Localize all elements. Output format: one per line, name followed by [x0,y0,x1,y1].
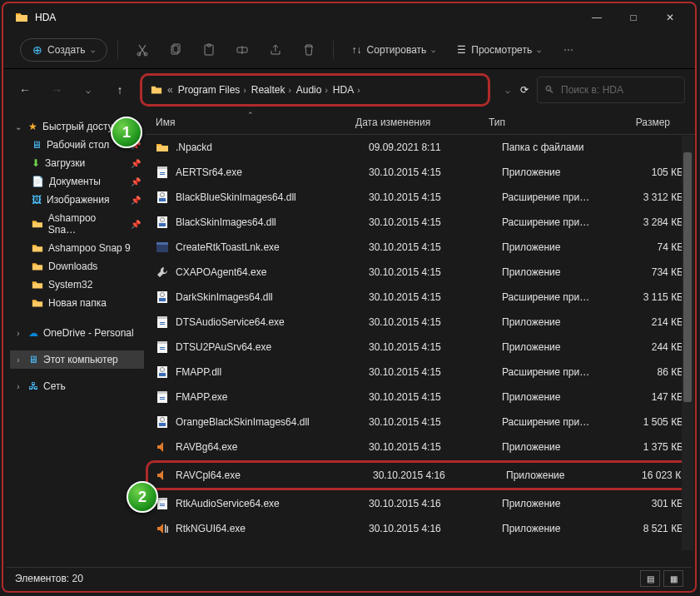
sidebar-item[interactable]: Ashampoo Sna…📌 [10,209,144,239]
pin-icon: 📌 [131,159,141,168]
file-date: 30.10.2015 4:15 [369,341,502,353]
file-row[interactable]: DTSAudioService64.exe30.10.2015 4:15Прил… [146,310,695,335]
file-type: Приложение [506,469,614,481]
sidebar-item[interactable]: Новая папка [10,294,144,312]
file-icon [156,469,169,482]
file-name: BlackSkinImages64.dll [176,216,369,228]
file-name: DTSU2PAuSrv64.exe [176,341,369,353]
address-prefix: « [167,84,173,96]
chevron-right-icon: › [325,86,327,95]
back-button[interactable]: ← [13,78,37,102]
file-type: Папка с файлами [502,142,610,153]
sidebar-item[interactable]: ⬇ Загрузки📌 [10,154,144,172]
cloud-icon: ☁ [28,327,38,339]
file-row[interactable]: DTSU2PAuSrv64.exe30.10.2015 4:15Приложен… [146,335,695,360]
maximize-button[interactable]: □ [615,5,652,30]
file-row[interactable]: RAVCpl64.exe30.10.2015 4:16Приложение16 … [146,460,690,490]
sidebar-item[interactable]: System32 [10,276,144,294]
file-row[interactable]: FMAPP.exe30.10.2015 4:15Приложение147 КБ [146,385,695,410]
file-name: OrangeBlackSkinImages64.dll [176,416,369,428]
scrollbar[interactable] [682,136,693,550]
chevron-down-icon: ⌵ [537,46,541,54]
sidebar-item[interactable]: 🖼 Изображения📌 [10,191,144,209]
address-bar[interactable]: « Program Files ›Realtek ›Audio ›HDA › [140,73,490,107]
paste-button[interactable] [195,36,223,64]
col-type[interactable]: Тип [489,117,597,128]
more-button[interactable]: ⋯ [554,36,583,64]
file-row[interactable]: RAVBg64.exe30.10.2015 4:15Приложение1 37… [146,435,695,459]
file-row[interactable]: DarkSkinImages64.dll30.10.2015 4:15Расши… [146,285,695,310]
breadcrumb-segment[interactable]: Program Files › [178,84,246,96]
refresh-button[interactable]: ⟳ [520,84,529,96]
search-input[interactable]: 🔍︎ Поиск в: HDA [537,77,685,103]
breadcrumb-segment[interactable]: Audio › [296,84,328,96]
view-button[interactable]: ☰ Просмотреть ⌵ [449,39,549,61]
callout-2: 2 [127,481,158,513]
sidebar-item[interactable]: Downloads [10,257,144,276]
view-tiles-button[interactable]: ▦ [663,570,683,587]
rename-button[interactable] [228,36,256,64]
column-headers[interactable]: ⌃ Имя Дата изменения Тип Размер [146,111,695,135]
file-row[interactable]: CXAPOAgent64.exe30.10.2015 4:15Приложени… [146,260,695,285]
file-type: Приложение [502,441,610,453]
breadcrumb[interactable]: Program Files ›Realtek ›Audio ›HDA › [178,84,360,96]
col-size[interactable]: Размер [597,117,670,128]
file-row[interactable]: RtkNGUI64.exe30.10.2015 4:16Приложение8 … [146,516,695,541]
file-type: Расширение при… [502,191,610,203]
file-row[interactable]: BlackSkinImages64.dll30.10.2015 4:15Расш… [146,210,695,235]
close-button[interactable]: ✕ [652,5,688,30]
file-row[interactable]: CreateRtkToastLnk.exe30.10.2015 4:15Прил… [146,235,695,260]
sidebar-this-pc[interactable]: › 🖥 Этот компьютер [10,350,144,369]
file-icon [156,415,169,429]
copy-button[interactable] [161,36,190,64]
sidebar-item[interactable]: Ashampoo Snap 9 [10,239,144,257]
view-details-button[interactable]: ▤ [640,570,660,587]
create-button[interactable]: ⊕ Создать ⌵ [20,38,107,62]
sidebar-item[interactable]: 📄 Документы📌 [10,172,144,191]
file-name: FMAPP.dll [176,366,369,378]
nav-bar: ← → ⌵ ↑ « Program Files ›Realtek ›Audio … [3,69,695,111]
recent-button[interactable]: ⌵ [77,78,100,102]
file-name: DTSAudioService64.exe [176,316,369,328]
view-label: Просмотреть [471,44,532,56]
forward-button[interactable]: → [45,78,68,102]
svg-rect-25 [160,322,165,323]
file-size: 74 КБ [610,241,683,253]
col-name[interactable]: Имя [156,117,355,128]
breadcrumb-segment[interactable]: Realtek › [251,84,291,96]
file-row[interactable]: OrangeBlackSkinImages64.dll30.10.2015 4:… [146,410,695,435]
svg-rect-19 [156,242,168,245]
svg-rect-46 [167,526,169,533]
file-size: 1 505 КБ [610,416,683,428]
delete-button[interactable] [295,36,323,64]
file-name: CXAPOAgent64.exe [176,266,369,278]
file-row[interactable]: .Npackd09.09.2021 8:11Папка с файлами [146,135,695,160]
sidebar: ⌄ ★ Быстрый доступ 🖥 Рабочий стол📌⬇ Загр… [3,111,146,574]
separator [333,41,334,59]
sidebar-network[interactable]: › 🖧 Сеть [10,377,144,395]
file-row[interactable]: RtkAudioService64.exe30.10.2015 4:16Прил… [146,491,695,516]
address-dropdown[interactable]: ⌵ [505,86,510,95]
file-date: 30.10.2015 4:16 [369,523,502,534]
file-icon [156,291,169,304]
file-icon [156,216,169,229]
sidebar-onedrive[interactable]: › ☁ OneDrive - Personal [10,324,144,342]
file-row[interactable]: AERTSr64.exe30.10.2015 4:15Приложение105… [146,160,695,185]
svg-rect-39 [159,423,166,426]
label: Загрузки [45,157,85,169]
file-type: Приложение [502,166,610,178]
sort-button[interactable]: ↑↓ Сортировать ⌵ [344,39,444,61]
breadcrumb-segment[interactable]: HDA › [333,84,360,96]
file-date: 09.09.2021 8:11 [369,142,502,153]
file-date: 30.10.2015 4:15 [369,216,502,228]
sort-icon: ↑↓ [352,44,362,56]
file-row[interactable]: FMAPP.dll30.10.2015 4:15Расширение при…8… [146,360,695,385]
minimize-button[interactable]: — [578,5,615,30]
share-button[interactable] [261,36,290,64]
file-row[interactable]: BlackBlueSkinImages64.dll30.10.2015 4:15… [146,185,695,210]
file-list: ⌃ Имя Дата изменения Тип Размер .Npackd0… [146,111,695,574]
scroll-thumb[interactable] [683,152,692,402]
up-button[interactable]: ↑ [108,78,132,102]
col-date[interactable]: Дата изменения [355,117,489,128]
cut-button[interactable] [128,36,156,64]
